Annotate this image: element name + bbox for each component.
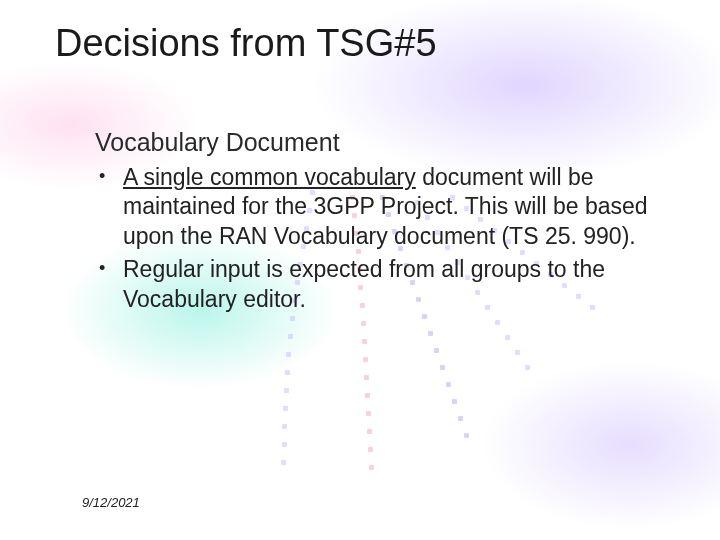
date-footer: 9/12/2021: [82, 495, 140, 510]
bg-blob-purple-bottom: [480, 360, 720, 530]
content-block: Vocabulary Document A single common voca…: [95, 128, 655, 318]
slide: Decisions from TSG#5 Vocabulary Document…: [0, 0, 720, 540]
bullet-text: Regular input is expected from all group…: [123, 256, 605, 311]
bullet-list: A single common vocabulary document will…: [95, 163, 655, 314]
subheading: Vocabulary Document: [95, 128, 655, 157]
underlined-text: A single common vocabulary: [123, 164, 416, 190]
list-item: A single common vocabulary document will…: [123, 163, 655, 251]
list-item: Regular input is expected from all group…: [123, 255, 655, 314]
slide-title: Decisions from TSG#5: [55, 22, 437, 65]
